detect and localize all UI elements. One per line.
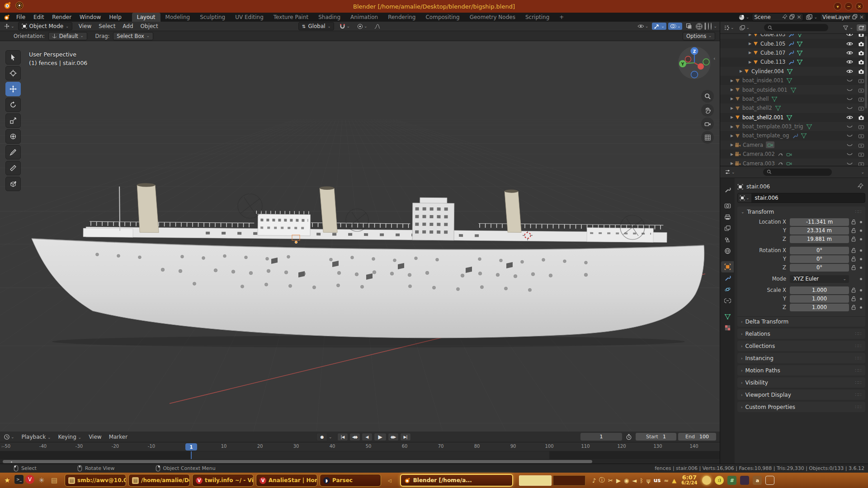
transform-orientation-dropdown[interactable]: ⇅ Global ⌄ [298, 22, 334, 30]
animate-dot[interactable] [858, 221, 863, 223]
frame-end-field[interactable]: End100 [678, 433, 716, 441]
expand-arrow-icon[interactable]: ▶ [729, 134, 735, 138]
properties-filter-dropdown[interactable]: ⌄ [861, 170, 864, 174]
render-visibility-icon[interactable] [858, 59, 864, 65]
play-button[interactable]: ▶ [374, 433, 387, 441]
value-field[interactable]: 1.000 [790, 286, 849, 294]
keyboard-layout[interactable]: us [654, 477, 661, 483]
tool-select-box-button[interactable] [5, 50, 21, 65]
lamp-icon[interactable] [702, 476, 711, 485]
panel-drag-handle[interactable]: ⸬⸬ [855, 404, 862, 409]
visibility-eye-icon[interactable] [846, 115, 853, 120]
properties-tab-modifiers[interactable] [721, 272, 734, 284]
overlays-toggle[interactable]: ⌄ [668, 23, 683, 30]
new-collection-button[interactable] [857, 24, 866, 31]
remove-viewlayer-icon[interactable]: ✕ [859, 14, 864, 20]
render-visibility-icon[interactable] [858, 151, 864, 157]
hidden-eye-icon[interactable] [846, 105, 853, 111]
expand-arrow-icon[interactable]: ▶ [738, 69, 744, 73]
outliner-item-Cylinder.004[interactable]: ▶Cylinder.004 [720, 67, 868, 76]
render-visibility-icon[interactable] [858, 69, 864, 74]
expand-arrow-icon[interactable]: ▶ [729, 161, 735, 165]
use-preview-range-icon[interactable] [624, 433, 634, 441]
timeline-scrollbar-thumb[interactable] [3, 460, 592, 463]
keying-set-dropdown[interactable]: ⌄ [329, 435, 332, 439]
viewport-menu-object[interactable]: Object [137, 23, 162, 29]
hidden-eye-icon[interactable] [846, 151, 853, 157]
tool-move-button[interactable] [5, 82, 21, 96]
taskbar-task-files[interactable]: ▤/home/amalie/Des... [128, 474, 190, 487]
hidden-eye-icon[interactable] [846, 87, 853, 93]
terminal-icon[interactable]: >_ [14, 475, 24, 484]
value-field[interactable]: 1.000 [790, 295, 849, 303]
animate-dot[interactable] [858, 298, 863, 300]
topbar-menu-render[interactable]: Render [48, 13, 75, 22]
outliner-item-Cube.105[interactable]: ▶Cube.105 [720, 39, 868, 48]
render-visibility-icon[interactable] [858, 78, 864, 83]
jump-to-start-button[interactable]: |◀ [337, 433, 348, 441]
unlink-scene-icon[interactable]: ✕ [797, 14, 801, 20]
frame-start-field[interactable]: Start1 [636, 433, 676, 441]
lock-icon[interactable] [849, 256, 858, 262]
lock-icon[interactable] [849, 248, 858, 253]
navigation-gizmo[interactable]: Z Y [677, 46, 712, 80]
workspace-tab-texture-paint[interactable]: Texture Paint [269, 13, 313, 22]
shading-dropdown[interactable]: ⌄ [713, 24, 717, 28]
workspace-tab-compositing[interactable]: Compositing [420, 13, 464, 22]
outliner-item-Camera[interactable]: ▶Camera [720, 141, 868, 150]
value-field[interactable]: 19.881 m [790, 235, 849, 243]
properties-tab-render[interactable] [721, 200, 734, 211]
render-visibility-icon[interactable] [858, 96, 864, 102]
usb-icon[interactable]: ψ [646, 477, 651, 484]
visibility-eye-icon[interactable] [846, 50, 853, 56]
panel-drag-handle[interactable]: ⸬⸬ [855, 368, 862, 373]
clock[interactable]: 6:07 6/2/24 [681, 475, 697, 486]
panel-header-viewport-display[interactable]: ›Viewport Display⸬⸬ [737, 389, 865, 400]
jump-to-end-button[interactable]: ▶| [400, 433, 411, 441]
pin-id-icon[interactable] [858, 183, 863, 190]
outliner-item-Cube.113[interactable]: ▶Cube.113 [720, 57, 868, 66]
workspace-tab-sculpting[interactable]: Sculpting [195, 13, 230, 22]
viewlayer-selector[interactable]: ViewLayer ✕ [820, 13, 866, 21]
outliner-search-input[interactable] [764, 24, 828, 31]
viewport-canvas[interactable]: User Perspective (1) fences | stair.006 … [0, 41, 720, 432]
panel-drag-handle[interactable]: ⸬⸬ [855, 209, 862, 214]
render-visibility-icon[interactable] [858, 105, 864, 111]
visibility-eye-icon[interactable] [846, 59, 853, 65]
hidden-eye-icon[interactable] [846, 78, 853, 83]
new-scene-icon[interactable] [789, 14, 795, 21]
editor-type-button[interactable]: ⌄ [2, 23, 16, 30]
properties-tab-tool[interactable] [721, 184, 734, 196]
timeline-scrollbar[interactable] [0, 459, 720, 464]
expand-arrow-icon[interactable]: ▶ [729, 125, 735, 129]
properties-tab-texture[interactable] [721, 322, 734, 333]
timeline-menu-playback[interactable]: Playback ⌄ [18, 434, 55, 440]
expand-arrow-icon[interactable]: ▶ [729, 115, 735, 119]
timeline-menu-marker[interactable]: Marker [105, 434, 131, 440]
properties-editor-type-button[interactable]: ⌄ [723, 169, 737, 175]
tool-annotate-button[interactable] [5, 145, 21, 160]
panel-drag-handle[interactable]: ⸬⸬ [855, 392, 862, 397]
expand-arrow-icon[interactable]: ▶ [729, 106, 735, 110]
visibility-eye-icon[interactable] [846, 34, 853, 37]
orientation-setting-dropdown[interactable]: Default ⌄ [48, 32, 87, 40]
panel-header-instancing[interactable]: ›Instancing⸬⸬ [737, 353, 865, 363]
animate-dot[interactable] [858, 267, 863, 269]
expand-arrow-icon[interactable]: ▶ [747, 42, 753, 46]
viewlayer-icon[interactable]: ⌄ [806, 13, 817, 21]
lock-icon[interactable] [849, 219, 858, 225]
mode-dropdown[interactable]: Object Mode ⌄ [18, 22, 72, 30]
taskbar-task-parsec[interactable]: ◗Parsec [320, 474, 381, 487]
workspace-tab-shading[interactable]: Shading [313, 13, 345, 22]
panel-header-custom-properties[interactable]: ›Custom Properties⸬⸬ [737, 402, 865, 412]
snap-toggle[interactable]: ⌄ [338, 23, 352, 30]
viewport-menu-view[interactable]: View [75, 23, 95, 29]
properties-tab-constraints[interactable] [721, 295, 734, 306]
settings-wheel-icon[interactable]: ✳ [36, 475, 47, 486]
taskbar-task-blender[interactable]: Blender [/home/a... [400, 474, 513, 487]
next-keyframe-button[interactable]: ◆▶ [388, 433, 399, 441]
add-workspace-button[interactable]: + [554, 13, 569, 22]
wallet-icon[interactable] [740, 476, 749, 485]
favorites-icon[interactable]: ★ [2, 475, 13, 486]
mic-icon[interactable]: ◉ [624, 477, 629, 484]
